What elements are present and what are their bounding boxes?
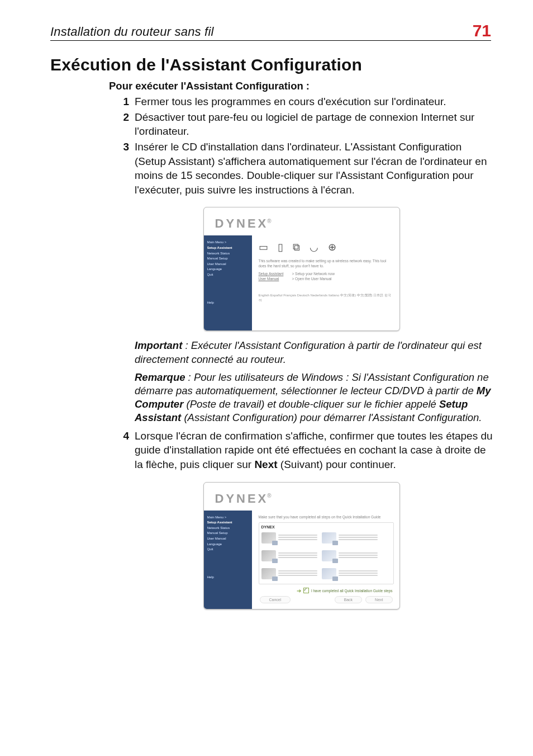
screenshot-sidebar: Main Menu > Setup Assistant Network Stat…	[204, 235, 252, 330]
back-button[interactable]: Back	[335, 596, 363, 603]
important-note: Important : Exécuter l'Assistant Configu…	[135, 339, 494, 366]
arrow-icon: ➔	[297, 588, 301, 594]
confirm-label: I have completed all Quick Installation …	[311, 589, 393, 593]
confirm-checkbox[interactable]	[303, 588, 309, 593]
cancel-button[interactable]: Cancel	[260, 596, 291, 603]
step-number: 2	[109, 110, 135, 125]
screenshot-confirmation: DYNEX® Main Menu > Setup Assistant Netwo…	[203, 482, 400, 609]
step-4-text: Lorsque l'écran de confirmation s'affich…	[135, 429, 494, 472]
step-number: 3	[109, 140, 135, 154]
next-button[interactable]: Next	[365, 596, 392, 603]
brand-logo: DYNEX®	[215, 216, 272, 230]
step-2-text: Désactiver tout pare-feu ou logiciel de …	[135, 110, 494, 139]
screenshot-sidebar: Main Menu > Setup Assistant Network Stat…	[204, 511, 252, 609]
step-1-text: Fermer tous les programmes en cours d'ex…	[135, 94, 446, 109]
step-3-text: Insérer le CD d'installation dans l'ordi…	[135, 140, 494, 197]
section-heading: Exécution de l'Assistant Configuration	[50, 55, 533, 74]
screenshot-main: ▭ ▯ ⧉ ◡ ⊕ This software was created to m…	[252, 235, 399, 330]
device-icons-row: ▭ ▯ ⧉ ◡ ⊕	[259, 241, 394, 253]
remarque-note: Remarque : Pour les utilisateurs de Wind…	[135, 371, 494, 424]
brand-logo: DYNEX®	[215, 492, 272, 505]
screenshot-main: Make sure that you have completed all st…	[252, 511, 399, 609]
step-number: 1	[109, 94, 135, 109]
running-header: Installation du routeur sans fil	[50, 25, 214, 40]
page-number: 71	[473, 21, 491, 40]
screenshot-setup-menu: DYNEX® Main Menu > Setup Assistant Netwo…	[203, 207, 400, 331]
procedure-subheading: Pour exécuter l'Assistant Configuration …	[109, 80, 494, 92]
step-number: 4	[109, 429, 135, 443]
